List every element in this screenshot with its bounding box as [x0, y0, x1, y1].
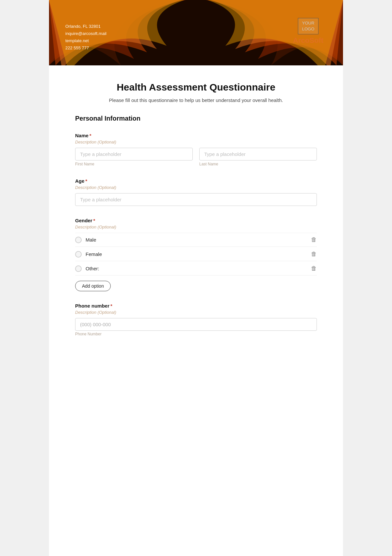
- radio-item: Female🗑: [75, 247, 317, 261]
- delete-option-icon[interactable]: 🗑: [311, 236, 317, 243]
- phone-field-group: Phone number* Description (Optional) Pho…: [75, 303, 317, 337]
- contact-city: Orlando, FL 32801: [65, 23, 106, 30]
- name-label: Name*: [75, 133, 317, 138]
- last-name-hint: Last Name: [199, 162, 317, 166]
- radio-label: Other:: [86, 266, 99, 271]
- header-logo-area: YOURLOGO ArcoSoft: [293, 18, 323, 45]
- first-name-input[interactable]: [75, 148, 193, 160]
- brand-name: ArcoSoft: [293, 36, 323, 45]
- name-field-group: Name* Description (Optional) First Name …: [75, 133, 317, 166]
- required-star: *: [90, 133, 91, 138]
- form-subtitle: Please fill out this questionnaire to he…: [75, 97, 317, 103]
- radio-circle[interactable]: [75, 237, 82, 243]
- name-description: Description (Optional): [75, 140, 317, 144]
- gender-label: Gender*: [75, 218, 317, 223]
- form-title: Health Assessment Questionnaire: [75, 82, 317, 93]
- radio-item: Other:🗑: [75, 262, 317, 276]
- section-title: Personal Information: [75, 115, 317, 124]
- last-name-input[interactable]: [199, 148, 317, 160]
- contact-email: inquire@arcosoft.mail: [65, 30, 106, 37]
- radio-label: Male: [86, 237, 96, 243]
- gender-required-star: *: [93, 218, 95, 223]
- delete-option-icon[interactable]: 🗑: [311, 265, 317, 272]
- age-required-star: *: [85, 178, 87, 184]
- gender-options-list: Male🗑Female🗑Other:🗑: [75, 233, 317, 276]
- header-contact: Orlando, FL 32801 inquire@arcosoft.mail …: [65, 23, 106, 52]
- delete-option-icon[interactable]: 🗑: [311, 251, 317, 258]
- last-name-col: Last Name: [199, 148, 317, 166]
- contact-phone: 222 555 777: [65, 44, 106, 52]
- phone-hint: Phone Number: [75, 332, 102, 336]
- gender-field-group: Gender* Description (Optional) Male🗑Fema…: [75, 218, 317, 291]
- age-input[interactable]: [75, 193, 317, 206]
- contact-website: template.net: [65, 37, 106, 44]
- name-row: First Name Last Name: [75, 148, 317, 166]
- phone-required-star: *: [110, 303, 112, 309]
- age-field-group: Age* Description (Optional): [75, 178, 317, 206]
- age-description: Description (Optional): [75, 185, 317, 190]
- radio-circle[interactable]: [75, 251, 82, 258]
- age-label: Age*: [75, 178, 317, 184]
- first-name-hint: First Name: [75, 162, 193, 166]
- logo-box: YOURLOGO: [298, 18, 319, 34]
- radio-item: Male🗑: [75, 233, 317, 247]
- radio-label: Female: [86, 251, 102, 257]
- phone-input[interactable]: [75, 318, 317, 331]
- add-option-button[interactable]: Add option: [75, 281, 111, 291]
- page: Orlando, FL 32801 inquire@arcosoft.mail …: [49, 0, 343, 556]
- gender-description: Description (Optional): [75, 225, 317, 229]
- first-name-col: First Name: [75, 148, 193, 166]
- header: Orlando, FL 32801 inquire@arcosoft.mail …: [49, 0, 343, 65]
- phone-label: Phone number*: [75, 303, 317, 309]
- phone-description: Description (Optional): [75, 310, 317, 315]
- radio-circle[interactable]: [75, 265, 82, 272]
- form-content: Health Assessment Questionnaire Please f…: [49, 65, 343, 368]
